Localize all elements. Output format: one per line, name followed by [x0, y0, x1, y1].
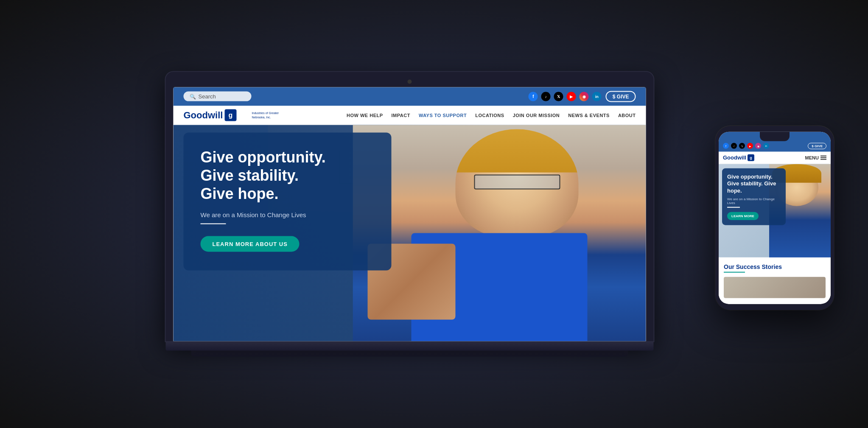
headline-line2: Give stability. — [201, 166, 375, 184]
phone-success-image — [724, 277, 826, 298]
laptop-screen: 🔍 Search f ♪ 𝕏 ▶ ◉ in $ GIV — [174, 87, 646, 341]
phone-logo-text: Goodwill — [723, 154, 746, 161]
website-nav: Goodwill g Industries of Greater Nebrask… — [174, 106, 646, 125]
phone-tiktok-icon[interactable]: ♪ — [731, 143, 737, 149]
nav-impact[interactable]: IMPACT — [392, 112, 410, 117]
phone-instagram-icon[interactable]: ◉ — [755, 143, 761, 149]
nav-locations[interactable]: LOCATIONS — [475, 112, 504, 117]
goodwill-g-icon: g — [224, 109, 236, 121]
scene: 🔍 Search f ♪ 𝕏 ▶ ◉ in $ GIV — [0, 0, 868, 428]
headline-line3: Give hope. — [201, 184, 375, 202]
phone-social-icons: f ♪ 𝕏 ▶ ◉ in — [723, 143, 769, 149]
nav-how-we-help[interactable]: HOW WE HELP — [347, 112, 383, 117]
phone-screen: f ♪ 𝕏 ▶ ◉ in $ GIVE Goodwill g — [719, 131, 831, 304]
youtube-icon[interactable]: ▶ — [567, 92, 576, 101]
nav-news-events[interactable]: NEWS & EVENTS — [568, 112, 610, 117]
nav-links: HOW WE HELP IMPACT WAYS TO SUPPORT LOCAT… — [290, 112, 636, 117]
phone-frame: f ♪ 𝕏 ▶ ◉ in $ GIVE Goodwill g — [715, 126, 834, 310]
hero-section: Give opportunity. Give stability. Give h… — [174, 125, 646, 341]
phone-linkedin-icon[interactable]: in — [763, 143, 769, 149]
linkedin-icon[interactable]: in — [592, 92, 602, 101]
hero-content-box: Give opportunity. Give stability. Give h… — [184, 132, 392, 271]
laptop-base — [166, 341, 654, 350]
phone-bottom-section: Our Success Stories — [719, 257, 831, 304]
laptop-bottom — [191, 350, 628, 356]
hero-headline: Give opportunity. Give stability. Give h… — [201, 148, 375, 203]
instagram-icon[interactable]: ◉ — [580, 92, 589, 101]
phone-nav: Goodwill g MENU — [719, 151, 831, 164]
facebook-icon[interactable]: f — [529, 92, 538, 101]
headline-line1: Give opportunity. — [201, 148, 375, 166]
phone-hero-divider — [727, 207, 740, 208]
social-icons-group: f ♪ 𝕏 ▶ ◉ in — [529, 92, 602, 101]
hamburger-icon — [820, 155, 826, 159]
phone-facebook-icon[interactable]: f — [723, 143, 729, 149]
phone-notch — [760, 131, 790, 141]
phone-twitter-icon[interactable]: 𝕏 — [739, 143, 745, 149]
nav-ways-to-support[interactable]: WAYS TO SUPPORT — [419, 112, 467, 117]
phone-menu-button[interactable]: MENU — [805, 155, 826, 160]
phone-success-title: Our Success Stories — [724, 263, 826, 270]
learn-more-button[interactable]: LEARN MORE ABOUT US — [201, 236, 300, 252]
phone-hero-subtext: We are on a Mission to Change Lives — [727, 197, 781, 205]
phone-give-button[interactable]: $ GIVE — [808, 143, 826, 149]
phone-logo: Goodwill g — [723, 154, 754, 161]
phone-youtube-icon[interactable]: ▶ — [747, 143, 753, 149]
phone-device: f ♪ 𝕏 ▶ ◉ in $ GIVE Goodwill g — [715, 126, 834, 310]
phone-hero-headline: Give opportunity. Give stability. Give h… — [727, 173, 781, 195]
phone-hero-content-box: Give opportunity. Give stability. Give h… — [722, 168, 786, 225]
search-icon: 🔍 — [190, 93, 196, 99]
phone-menu-label: MENU — [805, 155, 819, 160]
hero-person — [353, 125, 646, 341]
laptop-camera — [408, 79, 412, 84]
laptop-screen-frame: 🔍 Search f ♪ 𝕏 ▶ ◉ in $ GIV — [166, 72, 654, 341]
phone-success-underline — [724, 271, 745, 272]
phone-hero: Give opportunity. Give stability. Give h… — [719, 164, 831, 257]
website-top-bar: 🔍 Search f ♪ 𝕏 ▶ ◉ in $ GIV — [174, 87, 646, 106]
phone-logo-g-icon: g — [748, 154, 754, 161]
give-button[interactable]: $ GIVE — [606, 91, 636, 102]
goodwill-logo: Goodwill g — [184, 109, 237, 121]
search-label: Search — [199, 93, 216, 100]
laptop-device: 🔍 Search f ♪ 𝕏 ▶ ◉ in $ GIV — [166, 72, 654, 356]
hero-subtext: We are on a Mission to Change Lives — [201, 211, 375, 218]
hero-divider — [201, 224, 226, 224]
top-bar-right: f ♪ 𝕏 ▶ ◉ in $ GIVE — [529, 91, 636, 102]
phone-learn-button[interactable]: LEARN MORE — [727, 212, 759, 220]
give-button-label: $ GIVE — [613, 93, 629, 99]
twitter-icon[interactable]: 𝕏 — [554, 92, 563, 101]
search-bar[interactable]: 🔍 Search — [184, 92, 252, 101]
logo-subtitle: Industries of Greater Nebraska, Inc. — [252, 111, 290, 119]
tiktok-icon[interactable]: ♪ — [541, 92, 551, 101]
nav-about[interactable]: ABOUT — [618, 112, 636, 117]
nav-join-mission[interactable]: JOIN OUR MISSION — [513, 112, 560, 117]
